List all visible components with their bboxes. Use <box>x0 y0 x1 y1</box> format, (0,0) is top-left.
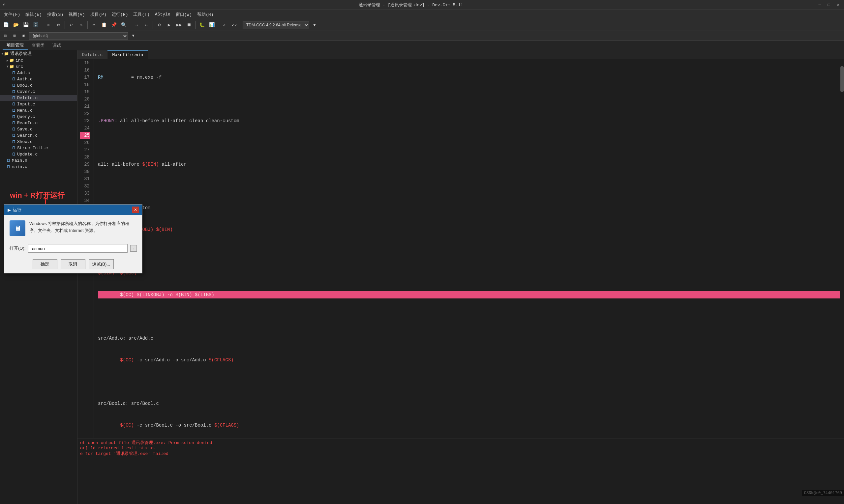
line-num-18: 18 <box>80 81 90 88</box>
tree-menu-c-label: Menu.c <box>17 108 33 113</box>
code-line-30: src/Bool.o: src/Bool.c <box>98 400 840 407</box>
menu-tools[interactable]: 工具(T) <box>131 11 152 18</box>
tree-save-c[interactable]: 🗒 Save.c <box>0 126 77 132</box>
line-num-27: 27 <box>80 146 90 154</box>
debug-button[interactable]: 🐛 <box>197 20 206 30</box>
stop-button[interactable]: ⏹ <box>184 20 193 30</box>
file-icon-structinit: 🗒 <box>12 146 16 150</box>
find-button[interactable]: 🔍 <box>119 20 128 30</box>
tree-add-c-label: Add.c <box>17 71 30 75</box>
tree-readin-c[interactable]: 🗒 ReadIn.c <box>0 120 77 126</box>
undo-button[interactable]: ↩ <box>67 20 76 30</box>
menu-window[interactable]: 窗口(W) <box>173 11 194 18</box>
profile-button[interactable]: 📊 <box>207 20 216 30</box>
file-tab-delete-c[interactable]: Delete.c <box>77 50 107 59</box>
menu-project[interactable]: 项目(P) <box>88 11 109 18</box>
dialog-browse-button[interactable]: 浏览(B)... <box>89 259 114 269</box>
menu-search[interactable]: 搜索(S) <box>45 11 66 18</box>
tb2-btn3[interactable]: ▣ <box>20 32 28 40</box>
line-num-19: 19 <box>80 88 90 95</box>
tree-structinit-c[interactable]: 🗒 StructInit.c <box>0 145 77 151</box>
file-tab-makefile[interactable]: Makefile.win <box>107 50 148 59</box>
copy-button[interactable]: 📋 <box>99 20 108 30</box>
tb2-btn2[interactable]: ⊞ <box>11 32 18 40</box>
scrollbar-thumb-v[interactable] <box>840 66 844 92</box>
tab-debug[interactable]: 调试 <box>49 41 65 50</box>
tree-root[interactable]: ▼ 📁 通讯录管理 <box>0 50 77 57</box>
dropdown-arrow[interactable]: ▼ <box>310 20 319 30</box>
tree-main-h[interactable]: 🗒 Main.h <box>0 158 77 164</box>
line-num-34: 34 <box>80 197 90 204</box>
tree-menu-c[interactable]: 🗒 Menu.c <box>0 107 77 114</box>
run-tb-button[interactable]: ▶ <box>165 20 174 30</box>
tree-inc[interactable]: ▶ 📁 inc <box>0 57 77 64</box>
save-all-button[interactable]: 🗄️ <box>31 20 40 30</box>
compile-button[interactable]: ⚙ <box>155 20 164 30</box>
redo-button[interactable]: ↪ <box>76 20 86 30</box>
title-bar-title: 通讯录管理 - [通讯录管理.dev] - Dev-C++ 5.11 <box>5 2 816 8</box>
tree-readin-c-label: ReadIn.c <box>17 121 38 126</box>
tree-update-c-label: Update.c <box>17 152 38 157</box>
compile-run-button[interactable]: ▶▶ <box>174 20 184 30</box>
dialog-description: Windows 将根据你所输入的名称，为你打开相应的程序、文件夹、文档或 Int… <box>29 220 137 234</box>
menu-help[interactable]: 帮助(H) <box>194 11 216 18</box>
globals-dropdown-arrow[interactable]: ▼ <box>129 32 137 40</box>
menu-file[interactable]: 文件(F) <box>1 11 23 18</box>
tree-src[interactable]: ▼ 📁 src <box>0 64 77 70</box>
file-icon-cover: 🗒 <box>12 89 16 94</box>
tree-show-c[interactable]: 🗒 Show.c <box>0 139 77 145</box>
tb2-btn1[interactable]: ▤ <box>1 32 9 40</box>
tree-update-c[interactable]: 🗒 Update.c <box>0 151 77 158</box>
toolbar-sep-6 <box>195 21 195 29</box>
dialog-open-input[interactable] <box>28 244 127 253</box>
file-icon-main-c: 🗒 <box>6 164 11 169</box>
tree-main-c[interactable]: 🗒 main.c <box>0 164 77 170</box>
code-editor[interactable]: 15 16 17 18 19 20 21 22 23 24 25 26 27 2… <box>77 59 844 438</box>
paste-button[interactable]: 📌 <box>109 20 118 30</box>
file-icon-add: 🗒 <box>12 71 16 75</box>
minimize-button[interactable]: — <box>816 2 823 8</box>
dialog-dropdown-arrow[interactable]: ▼ <box>130 245 137 252</box>
maximize-button[interactable]: □ <box>826 2 832 8</box>
toolbar-sep-8 <box>241 21 241 29</box>
menu-run[interactable]: 运行(R) <box>109 11 131 18</box>
code-content[interactable]: RM = rm.exe -f .PHONY: all all-before al… <box>94 59 844 438</box>
tree-search-c[interactable]: 🗒 Search.c <box>0 132 77 139</box>
file-icon-input: 🗒 <box>12 102 16 107</box>
new-button[interactable]: 📄 <box>1 20 11 30</box>
root-folder-icon: 📁 <box>4 51 9 56</box>
dialog-close-button[interactable]: ✕ <box>132 206 139 213</box>
check2-button[interactable]: ✓✓ <box>230 20 239 30</box>
menu-bar: 文件(F) 编辑(E) 搜索(S) 视图(V) 项目(P) 运行(R) 工具(T… <box>0 10 844 19</box>
globals-dropdown[interactable]: {globals} <box>29 32 128 39</box>
open-button[interactable]: 📂 <box>11 20 20 30</box>
compiler-dropdown[interactable]: TDM-GCC 4.9.2 64-bit Release <box>243 21 309 29</box>
file-icon-update: 🗒 <box>12 152 16 157</box>
check-button[interactable]: ✓ <box>220 20 229 30</box>
tab-class-view[interactable]: 查看类 <box>28 41 49 50</box>
cut-button[interactable]: ✂ <box>89 20 99 30</box>
tree-input-c[interactable]: 🗒 Input.c <box>0 101 77 107</box>
tab-project-manager[interactable]: 项目管理 <box>3 41 28 50</box>
tree-query-c[interactable]: 🗒 Query.c <box>0 114 77 120</box>
menu-astyle[interactable]: AStyle <box>152 11 173 17</box>
menu-edit[interactable]: 编辑(E) <box>23 11 44 18</box>
tree-delete-c[interactable]: 🗒 Delete.c <box>0 95 77 101</box>
dialog-ok-button[interactable]: 确定 <box>33 259 57 269</box>
unindent-button[interactable]: ← <box>142 20 151 30</box>
close-project-button[interactable]: ⊗ <box>54 20 63 30</box>
close-button[interactable]: ✕ <box>835 2 841 8</box>
indent-button[interactable]: → <box>132 20 141 30</box>
close-button-tb[interactable]: ✕ <box>44 20 53 30</box>
code-line-25: $(CC) $(LINKOBJ) -o $(BIN) $(LIBS) <box>98 291 840 299</box>
tree-bool-c[interactable]: 🗒 Bool.c <box>0 82 77 89</box>
tree-add-c[interactable]: 🗒 Add.c <box>0 70 77 76</box>
tree-save-c-label: Save.c <box>17 127 33 132</box>
tree-root-label: 通讯录管理 <box>10 51 32 57</box>
src-folder-icon: 📁 <box>9 64 14 69</box>
tree-auth-c[interactable]: 🗒 Auth.c <box>0 76 77 82</box>
save-button[interactable]: 💾 <box>21 20 30 30</box>
tree-cover-c[interactable]: 🗒 Cover.c <box>0 89 77 95</box>
menu-view[interactable]: 视图(V) <box>66 11 87 18</box>
dialog-cancel-button[interactable]: 取消 <box>61 259 85 269</box>
